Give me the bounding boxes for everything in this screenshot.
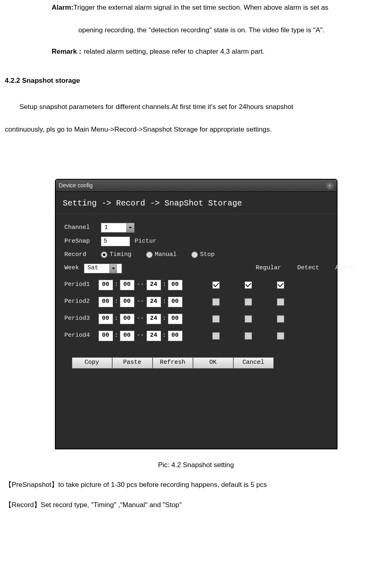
period4-m2[interactable]: 00 [168,331,182,341]
period4-h1[interactable]: 00 [99,331,113,341]
breadcrumb: Setting -> Record -> SnapShot Storage [56,192,337,214]
period3-label: Period3 [65,314,99,323]
dialog-title: Device config [59,181,93,190]
radio-timing[interactable]: Timing [101,250,132,260]
def-record: 【Record】Set record type, "Timing" ,"Manu… [5,500,389,510]
period3-h2[interactable]: 24 [147,314,161,324]
picture-label: Pictur [135,237,157,246]
period2-m2[interactable]: 00 [168,297,182,307]
radio-stop[interactable]: Stop [191,250,215,260]
setup-text-line1: Setup snapshot parameters for different … [19,102,389,112]
period3-h1[interactable]: 00 [99,314,113,324]
channel-label: Channel [65,223,96,233]
presnap-label: PreSnap [65,237,96,246]
chevron-down-icon [109,264,117,273]
presnap-value: 5 [104,237,107,246]
period2-label: Period2 [65,297,99,306]
period1-detect-checkbox[interactable] [245,281,252,289]
refresh-button[interactable]: Refresh [153,357,193,369]
period4-detect-checkbox[interactable] [245,332,252,340]
alarm-paragraph-line1: Alarm:Trigger the external alarm signal … [52,2,389,13]
copy-button[interactable]: Copy [72,357,112,369]
period4-m1[interactable]: 00 [120,331,134,341]
col-alarm: Alarm [335,264,354,273]
period-row-4: Period4 00 : 00 -- 24 : 00 [65,331,328,341]
def1-key: 【PreSnapshot】 [5,481,58,489]
channel-select[interactable]: 1 [101,223,134,233]
period1-m1[interactable]: 00 [120,280,134,290]
period3-detect-checkbox[interactable] [245,315,252,323]
period-row-3: Period3 00 : 00 -- 24 : 00 [65,314,328,324]
figure-caption: Pic: 4.2 Snapshot setting [3,460,389,470]
period1-alarm-checkbox[interactable] [277,281,284,289]
period-row-2: Period2 00 : 00 -- 24 : 00 [65,297,328,307]
week-label: Week [65,264,79,273]
cancel-button[interactable]: Cancel [233,357,274,369]
col-detect: Detect [298,264,319,273]
period1-h1[interactable]: 00 [99,280,113,290]
period3-regular-checkbox[interactable] [212,315,220,323]
week-select[interactable]: Sat [84,264,122,273]
alarm-text1: Trigger the external alarm signal in the… [73,4,329,11]
period3-m2[interactable]: 00 [168,314,182,324]
close-icon[interactable]: × [326,182,333,189]
col-regular: Regular [256,264,281,273]
period2-h2[interactable]: 24 [147,297,161,307]
record-label: Record [65,250,96,260]
period4-h2[interactable]: 24 [147,331,161,341]
chevron-down-icon [126,223,134,232]
presnap-input[interactable]: 5 [101,237,130,246]
period-row-1: Period1 00 : 00 -- 24 : 00 [65,280,328,290]
alarm-paragraph-line2: opening recording, the "detection record… [78,25,389,36]
period2-detect-checkbox[interactable] [245,298,252,306]
section-heading: 4.2.2 Snapshot storage [5,75,389,86]
paste-button[interactable]: Paste [112,357,153,369]
period1-h2[interactable]: 24 [147,280,161,290]
period1-m2[interactable]: 00 [168,280,182,290]
def-presnapshot: 【PreSnapshot】to take picture of 1-30 pcs… [5,480,389,490]
channel-value: 1 [101,223,126,233]
radio-manual-label: Manual [155,250,177,260]
remark-label: Remark： [52,48,84,55]
period4-label: Period4 [65,331,99,340]
def2-key: 【Record】 [5,501,41,509]
period2-alarm-checkbox[interactable] [277,298,284,306]
alarm-label: Alarm: [52,4,73,11]
week-value: Sat [84,264,109,273]
radio-timing-label: Timing [110,250,132,260]
remark-paragraph: Remark：related alarm setting, please ref… [52,46,389,57]
radio-stop-label: Stop [200,250,215,260]
def1-text: to take picture of 1-30 pcs before recor… [58,481,267,489]
period2-m1[interactable]: 00 [120,297,134,307]
remark-text: related alarm setting, please refer to c… [84,48,264,55]
dialog-titlebar: Device config × [56,180,337,192]
ok-button[interactable]: OK [193,357,233,369]
period4-alarm-checkbox[interactable] [277,332,284,340]
period1-label: Period1 [65,280,99,289]
period2-h1[interactable]: 00 [99,297,113,307]
device-config-dialog: Device config × Setting -> Record -> Sna… [55,179,337,449]
period3-alarm-checkbox[interactable] [277,315,284,323]
period4-regular-checkbox[interactable] [212,332,220,340]
alarm-text2: opening recording, the "detection record… [78,26,325,34]
period3-m1[interactable]: 00 [120,314,134,324]
period2-regular-checkbox[interactable] [212,298,220,306]
def2-text: Set record type, "Timing" ,"Manual" and … [41,501,182,509]
period1-regular-checkbox[interactable] [212,281,220,289]
radio-manual[interactable]: Manual [146,250,177,260]
setup-text-line2: continuously, pls go to Main Menu->Recor… [5,124,389,135]
